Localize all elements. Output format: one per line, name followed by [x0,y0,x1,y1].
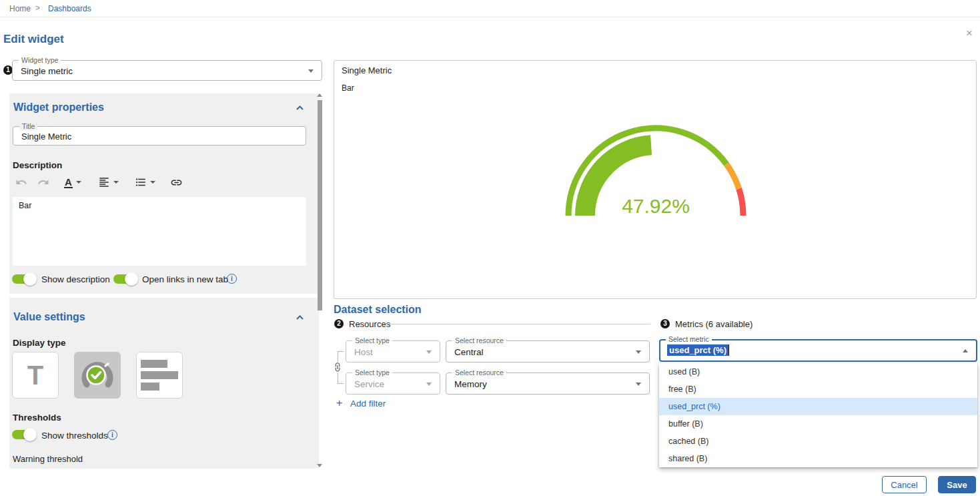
metric-option-selected[interactable]: used_prct (%) [659,398,977,415]
select-type-label: Select type [352,336,392,344]
select-type-value: Host [354,346,373,356]
chevron-down-icon [636,383,641,386]
page-title: Edit widget [3,33,64,46]
metric-option[interactable]: cached (B) [659,433,977,450]
gauge-display-icon [80,358,115,393]
title-input-label: Title [19,122,37,130]
metric-option[interactable]: buffer (B) [659,415,977,433]
select-resource-memory[interactable]: Select resource Memory [446,373,650,395]
toggle-thumb [23,428,37,441]
step-2-badge: 2 [334,319,344,328]
chevron-down-icon [113,181,119,184]
dataset-selection-heading: Dataset selection [334,304,422,316]
toggle-thumb [125,272,138,286]
select-type-host[interactable]: Select type Host [346,340,440,362]
breadcrumb-home-link[interactable]: Home [9,4,31,13]
text-display-icon: T [27,362,43,389]
close-icon[interactable]: × [966,27,973,39]
chevron-down-icon [426,383,432,386]
chevron-down-icon [308,69,314,73]
metric-option[interactable]: shared (B) [659,450,977,467]
save-button[interactable]: Save [938,476,976,493]
link-icon[interactable] [170,176,183,189]
left-panel-scrollbar[interactable] [317,92,323,469]
select-type-label: Select type [352,368,392,377]
metric-option[interactable]: used (B) [659,363,977,381]
breadcrumb-separator-icon: > [35,3,40,13]
select-type-value: Service [354,379,384,389]
display-type-label: Display type [13,338,66,348]
chain-link-icon [332,362,343,373]
toggle-thumb [23,272,37,286]
metric-option[interactable]: free (B) [659,381,977,398]
thresholds-label: Thresholds [13,413,61,423]
chevron-down-icon [76,181,81,184]
add-filter-label: Add filter [350,399,386,409]
breadcrumb-dashboards-link[interactable]: Dashboards [48,4,91,13]
text-color-icon[interactable]: A [64,176,81,189]
chevron-down-icon [150,181,155,184]
chevron-up-icon[interactable] [963,349,968,352]
select-resource-value: Central [454,346,484,356]
show-thresholds-label: Show thresholds [41,431,108,441]
display-type-bar-tile[interactable] [136,352,183,399]
widget-type-label: Widget type [19,56,61,64]
description-editor[interactable]: Bar [13,197,306,266]
chevron-down-icon [426,350,432,354]
widget-type-value: Single metric [21,65,73,75]
plus-icon: + [336,399,342,408]
resources-divider [387,324,650,324]
widget-type-select[interactable]: Widget type Single metric [12,60,322,81]
list-icon[interactable] [135,176,155,189]
cancel-button[interactable]: Cancel [882,476,927,493]
redo-icon[interactable] [37,176,49,189]
info-icon[interactable]: i [107,430,117,440]
resources-label: Resources [349,319,390,329]
step-3-badge: 3 [660,319,670,328]
collapse-widget-properties-icon[interactable] [296,105,304,110]
gauge-chart: 47.92% [559,115,753,226]
value-settings-heading: Value settings [13,311,85,323]
bar-display-icon [141,360,178,391]
chevron-down-icon [636,350,641,354]
description-text: Bar [19,201,31,210]
warning-threshold-label: Warning threshold [13,454,83,464]
preview-title: Single Metric [342,65,392,75]
undo-icon[interactable] [15,176,27,189]
select-resource-central[interactable]: Select resource Central [446,340,650,362]
description-label: Description [13,160,62,170]
gauge-value-text: 47.92% [622,195,690,217]
select-metric-label: Select metric [666,335,712,343]
breadcrumb: Home > Dashboards [0,0,980,17]
widget-properties-heading: Widget properties [13,101,104,113]
scrollbar-thumb[interactable] [318,100,322,310]
select-resource-label: Select resource [452,336,506,344]
title-input[interactable]: Title Single Metric [13,126,306,146]
metric-options-dropdown: used (B) free (B) used_prct (%) buffer (… [659,363,977,467]
title-input-value: Single Metric [21,131,71,141]
metrics-label: Metrics (6 available) [675,319,753,329]
select-type-service[interactable]: Select type Service [346,373,440,395]
select-resource-label: Select resource [452,368,506,377]
gauge-critical-arc [739,189,743,216]
show-description-toggle[interactable] [12,272,37,286]
edit-widget-page: Home > Dashboards Edit widget × 1 Widget… [0,0,980,496]
open-links-toggle[interactable] [113,272,139,286]
show-thresholds-toggle[interactable] [12,428,37,441]
select-metric-value: used_prct (%) [667,344,729,356]
gauge-warning-arc [726,164,739,189]
select-resource-value: Memory [454,379,487,389]
show-description-label: Show description [41,274,110,284]
display-type-text-tile[interactable]: T [12,352,59,399]
scroll-up-icon[interactable] [317,93,322,97]
preview-description: Bar [342,83,354,93]
widget-preview: Single Metric Bar 47.92% [334,60,977,299]
info-icon[interactable]: i [227,274,237,284]
step-1-badge: 1 [3,65,13,75]
select-metric-combobox[interactable]: Select metric used_prct (%) [659,339,977,362]
open-links-label: Open links in new tab [142,274,228,284]
collapse-value-settings-icon[interactable] [296,315,304,320]
display-type-gauge-tile[interactable] [74,352,121,399]
scroll-down-icon[interactable] [317,464,322,467]
align-icon[interactable] [98,176,119,189]
